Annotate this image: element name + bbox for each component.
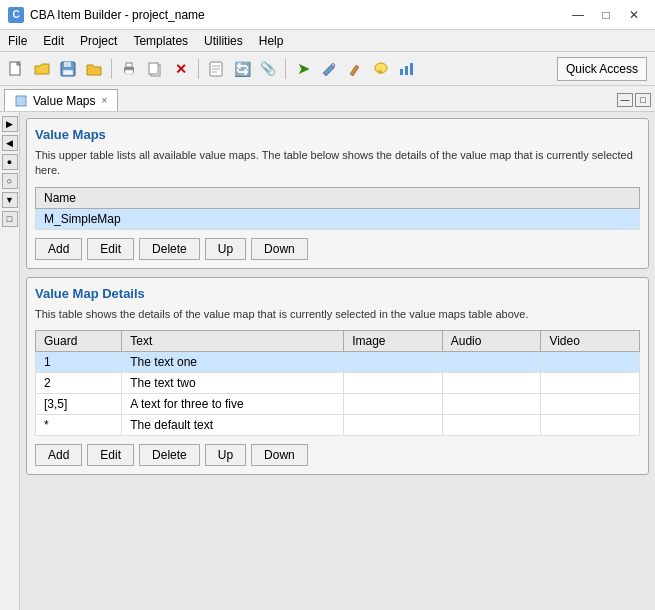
svg-rect-6 bbox=[126, 63, 132, 67]
text-cell: The default text bbox=[122, 415, 344, 436]
toolbar-cancel-btn[interactable]: ✕ bbox=[169, 57, 193, 81]
audio-cell bbox=[442, 394, 541, 415]
svg-rect-17 bbox=[400, 69, 403, 75]
svg-rect-4 bbox=[63, 70, 73, 75]
table-row[interactable]: M_SimpleMap bbox=[36, 208, 640, 229]
toolbar-sep3 bbox=[285, 59, 286, 79]
toolbar-comment-btn[interactable] bbox=[369, 57, 393, 81]
sidebar-btn-4[interactable]: ○ bbox=[2, 173, 18, 189]
toolbar-chart-btn[interactable] bbox=[395, 57, 419, 81]
toolbar-copy-btn[interactable] bbox=[143, 57, 167, 81]
tab-window-buttons: — □ bbox=[617, 93, 651, 107]
toolbar: ✕ 🔄 📎 ➤ Quick Access bbox=[0, 52, 655, 86]
menu-help[interactable]: Help bbox=[251, 30, 292, 51]
svg-rect-9 bbox=[149, 63, 158, 74]
toolbar-save-btn[interactable] bbox=[56, 57, 80, 81]
menu-edit[interactable]: Edit bbox=[35, 30, 72, 51]
details-col-audio: Audio bbox=[442, 331, 541, 352]
text-cell: The text two bbox=[122, 373, 344, 394]
guard-cell: [3,5] bbox=[36, 394, 122, 415]
image-cell bbox=[344, 352, 443, 373]
value-map-details-description: This table shows the details of the valu… bbox=[35, 307, 640, 322]
close-button[interactable]: ✕ bbox=[621, 4, 647, 26]
value-maps-delete-btn[interactable]: Delete bbox=[139, 238, 200, 260]
tab-maximize-btn[interactable]: □ bbox=[635, 93, 651, 107]
value-map-details-title: Value Map Details bbox=[35, 286, 640, 301]
window-title: CBA Item Builder - project_name bbox=[30, 8, 565, 22]
audio-cell bbox=[442, 373, 541, 394]
details-col-guard: Guard bbox=[36, 331, 122, 352]
details-buttons: Add Edit Delete Up Down bbox=[35, 444, 640, 466]
minimize-button[interactable]: — bbox=[565, 4, 591, 26]
toolbar-print-btn[interactable] bbox=[117, 57, 141, 81]
sidebar: ▶ ◀ ● ○ ▼ □ bbox=[0, 112, 20, 610]
value-maps-edit-btn[interactable]: Edit bbox=[87, 238, 134, 260]
sidebar-btn-5[interactable]: ▼ bbox=[2, 192, 18, 208]
tab-label: Value Maps bbox=[33, 94, 95, 108]
svg-marker-16 bbox=[378, 71, 382, 74]
toolbar-refresh-btn[interactable]: 🔄 bbox=[230, 57, 254, 81]
toolbar-attach-btn[interactable]: 📎 bbox=[256, 57, 280, 81]
svg-rect-18 bbox=[405, 66, 408, 75]
video-cell bbox=[541, 415, 640, 436]
sidebar-btn-6[interactable]: □ bbox=[2, 211, 18, 227]
app-icon: C bbox=[8, 7, 24, 23]
table-row[interactable]: 1 The text one bbox=[36, 352, 640, 373]
quick-access-button[interactable]: Quick Access bbox=[557, 57, 647, 81]
table-row[interactable]: * The default text bbox=[36, 415, 640, 436]
tab-bar: Value Maps × — □ bbox=[0, 86, 655, 112]
value-maps-table: Name M_SimpleMap bbox=[35, 187, 640, 230]
svg-rect-19 bbox=[410, 63, 413, 75]
value-maps-buttons: Add Edit Delete Up Down bbox=[35, 238, 640, 260]
guard-cell: 1 bbox=[36, 352, 122, 373]
toolbar-sep2 bbox=[198, 59, 199, 79]
col-name-header: Name bbox=[36, 187, 640, 208]
main-area: ▶ ◀ ● ○ ▼ □ Value Maps This upper table … bbox=[0, 112, 655, 610]
menu-file[interactable]: File bbox=[0, 30, 35, 51]
value-maps-down-btn[interactable]: Down bbox=[251, 238, 308, 260]
toolbar-new-btn[interactable] bbox=[4, 57, 28, 81]
guard-cell: 2 bbox=[36, 373, 122, 394]
map-name-cell: M_SimpleMap bbox=[36, 208, 640, 229]
value-maps-add-btn[interactable]: Add bbox=[35, 238, 82, 260]
toolbar-forward-btn[interactable]: ➤ bbox=[291, 57, 315, 81]
sidebar-btn-2[interactable]: ◀ bbox=[2, 135, 18, 151]
menu-project[interactable]: Project bbox=[72, 30, 125, 51]
value-maps-up-btn[interactable]: Up bbox=[205, 238, 246, 260]
details-up-btn[interactable]: Up bbox=[205, 444, 246, 466]
tab-close-button[interactable]: × bbox=[101, 95, 107, 106]
image-cell bbox=[344, 394, 443, 415]
menu-templates[interactable]: Templates bbox=[125, 30, 196, 51]
table-row[interactable]: [3,5] A text for three to five bbox=[36, 394, 640, 415]
text-cell: A text for three to five bbox=[122, 394, 344, 415]
details-add-btn[interactable]: Add bbox=[35, 444, 82, 466]
menu-bar: File Edit Project Templates Utilities He… bbox=[0, 30, 655, 52]
details-edit-btn[interactable]: Edit bbox=[87, 444, 134, 466]
tab-minimize-btn[interactable]: — bbox=[617, 93, 633, 107]
toolbar-open-btn[interactable] bbox=[30, 57, 54, 81]
video-cell bbox=[541, 394, 640, 415]
maximize-button[interactable]: □ bbox=[593, 4, 619, 26]
value-maps-title: Value Maps bbox=[35, 127, 640, 142]
toolbar-pen-btn[interactable] bbox=[343, 57, 367, 81]
sidebar-btn-1[interactable]: ▶ bbox=[2, 116, 18, 132]
details-down-btn[interactable]: Down bbox=[251, 444, 308, 466]
toolbar-edit-btn[interactable] bbox=[317, 57, 341, 81]
window-controls: — □ ✕ bbox=[565, 4, 647, 26]
tab-icon bbox=[15, 95, 27, 107]
svg-rect-7 bbox=[125, 70, 133, 74]
details-col-text: Text bbox=[122, 331, 344, 352]
sidebar-btn-3[interactable]: ● bbox=[2, 154, 18, 170]
table-row[interactable]: 2 The text two bbox=[36, 373, 640, 394]
svg-rect-20 bbox=[16, 96, 26, 106]
video-cell bbox=[541, 373, 640, 394]
image-cell bbox=[344, 415, 443, 436]
menu-utilities[interactable]: Utilities bbox=[196, 30, 251, 51]
toolbar-openfolder-btn[interactable] bbox=[82, 57, 106, 81]
toolbar-doc-btn[interactable] bbox=[204, 57, 228, 81]
value-maps-tab[interactable]: Value Maps × bbox=[4, 89, 118, 111]
svg-rect-3 bbox=[64, 62, 71, 67]
value-map-details-panel: Value Map Details This table shows the d… bbox=[26, 277, 649, 475]
toolbar-sep1 bbox=[111, 59, 112, 79]
details-delete-btn[interactable]: Delete bbox=[139, 444, 200, 466]
